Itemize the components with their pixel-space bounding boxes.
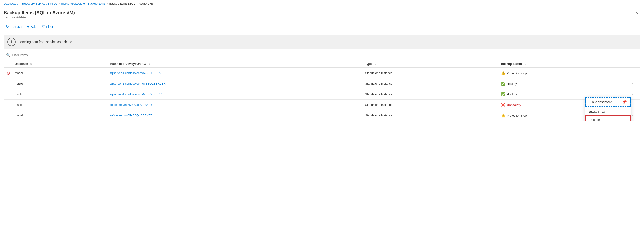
- context-menu-label: Restore: [590, 118, 600, 121]
- th-type: Type ↑↓: [362, 60, 498, 68]
- row-status-icon-cell: [4, 89, 12, 100]
- row-type: Standalone Instance: [362, 100, 498, 110]
- warning-icon: ⚠️: [501, 71, 506, 75]
- add-icon: +: [27, 25, 29, 29]
- row-type: Standalone Instance: [362, 78, 498, 89]
- row-type: Standalone Instance: [362, 89, 498, 100]
- context-menu-label: Backup now: [589, 110, 605, 113]
- breadcrumb: Dashboard › Recovery Services BVTD2 › me…: [0, 0, 644, 7]
- row-instance[interactable]: sofdelmervm2\MSSQLSERVER: [107, 100, 362, 110]
- th-backup-status: Backup Status ↑↓: [498, 60, 628, 68]
- row-instance[interactable]: sqlserver-1.contoso.com\MSSQLSERVER: [107, 78, 362, 89]
- table-row: msdbsqlserver-1.contoso.com\MSSQLSERVERS…: [4, 89, 640, 100]
- instance-link[interactable]: sofdelmervm2\MSSQLSERVER: [110, 103, 152, 106]
- filter-input[interactable]: [12, 53, 638, 57]
- status-text: Protection stop: [507, 114, 527, 117]
- filter-bar: 🔍: [4, 51, 640, 58]
- sort-icon-instance: ↑↓: [148, 63, 150, 65]
- row-status-icon-cell: ⊖: [4, 68, 12, 78]
- row-instance[interactable]: sqlserver-1.contoso.com\MSSQLSERVER: [107, 68, 362, 78]
- refresh-label: Refresh: [10, 25, 22, 28]
- row-status-icon-cell: [4, 78, 12, 89]
- breadcrumb-dashboard[interactable]: Dashboard: [4, 2, 18, 5]
- context-menu-label: Pin to dashboard: [590, 100, 612, 104]
- page-title-block: Backup Items (SQL in Azure VM) mercuryso…: [4, 10, 75, 19]
- row-backup-status: ✅Healthy: [498, 78, 628, 89]
- th-actions: [628, 60, 640, 68]
- row-database: master: [12, 78, 107, 89]
- instance-link[interactable]: sqlserver-1.contoso.com\MSSQLSERVER: [110, 92, 166, 96]
- more-actions-button[interactable]: ···: [630, 102, 638, 108]
- refresh-button[interactable]: ↻ Refresh: [4, 23, 24, 30]
- row-type: Standalone Instance: [362, 110, 498, 121]
- warning-icon: ⚠️: [501, 113, 506, 117]
- row-actions-cell: ···: [628, 78, 640, 89]
- row-error-icon: ⊖: [6, 71, 10, 75]
- filter-button[interactable]: ▽ Filter: [40, 23, 56, 30]
- page-header: Backup Items (SQL in Azure VM) mercuryso…: [0, 7, 644, 21]
- th-status-icon: [4, 60, 12, 68]
- page-title: Backup Items (SQL in Azure VM): [4, 10, 75, 15]
- search-icon: 🔍: [6, 53, 10, 57]
- info-bar: i Fetching data from service completed.: [4, 35, 640, 49]
- info-icon: i: [7, 38, 16, 46]
- unhealthy-link[interactable]: Unhealthy: [507, 103, 521, 107]
- status-text: Healthy: [507, 82, 517, 86]
- row-database: model: [12, 110, 107, 121]
- context-menu-item-restore[interactable]: Restore: [585, 115, 631, 121]
- instance-link[interactable]: sqlserver-1.contoso.com\MSSQLSERVER: [110, 82, 166, 85]
- row-backup-status: ⚠️Protection stop: [498, 68, 628, 78]
- backup-items-table: Database ↑↓ Instance or AlwaysOn AG ↑↓ T…: [4, 60, 640, 121]
- row-status-icon-cell: [4, 100, 12, 110]
- more-actions-button[interactable]: ···: [630, 91, 638, 97]
- info-message: Fetching data from service completed.: [18, 40, 73, 44]
- breadcrumb-sep-2: ›: [59, 2, 60, 5]
- table-header-row: Database ↑↓ Instance or AlwaysOn AG ↑↓ T…: [4, 60, 640, 68]
- sort-icon-database: ↑↓: [30, 63, 32, 65]
- close-button[interactable]: ×: [634, 10, 640, 17]
- pin-icon: 📌: [622, 100, 627, 104]
- table-row: msdbsofdelmervm2\MSSQLSERVERStandalone I…: [4, 100, 640, 110]
- row-database: msdb: [12, 89, 107, 100]
- page-subtitle: mercurysoftdelete: [4, 16, 75, 19]
- th-instance: Instance or AlwaysOn AG ↑↓: [107, 60, 362, 68]
- row-database: msdb: [12, 100, 107, 110]
- breadcrumb-backup-items[interactable]: mercurysoftdelete - Backup items: [61, 2, 106, 5]
- row-type: Standalone Instance: [362, 68, 498, 78]
- th-database: Database ↑↓: [12, 60, 107, 68]
- table-row: mastersqlserver-1.contoso.com\MSSQLSERVE…: [4, 78, 640, 89]
- status-text: Protection stop: [507, 71, 527, 75]
- instance-link[interactable]: softdelmervm6\MSSQLSERVER: [110, 114, 153, 117]
- error-icon: ❌: [501, 103, 506, 107]
- filter-label: Filter: [46, 25, 53, 28]
- healthy-icon: ✅: [501, 92, 506, 96]
- sort-icon-type: ↑↓: [374, 63, 376, 65]
- breadcrumb-sep-1: ›: [20, 2, 21, 5]
- toolbar: ↻ Refresh + Add ▽ Filter: [0, 21, 644, 32]
- add-label: Add: [30, 25, 36, 28]
- healthy-icon: ✅: [501, 82, 506, 86]
- row-actions-cell: ···: [628, 68, 640, 78]
- context-menu-item-pin-to-dashboard[interactable]: Pin to dashboard📌: [585, 97, 631, 107]
- row-instance[interactable]: sqlserver-1.contoso.com\MSSQLSERVER: [107, 89, 362, 100]
- table-container: Database ↑↓ Instance or AlwaysOn AG ↑↓ T…: [4, 60, 640, 121]
- add-button[interactable]: + Add: [25, 23, 39, 30]
- table-row: ⊖modelsqlserver-1.contoso.com\MSSQLSERVE…: [4, 68, 640, 78]
- menu-divider: [585, 107, 631, 107]
- more-actions-button[interactable]: ···: [630, 81, 638, 86]
- more-actions-button[interactable]: ···: [630, 112, 638, 118]
- refresh-icon: ↻: [6, 24, 9, 29]
- breadcrumb-recovery[interactable]: Recovery Services BVTD2: [22, 2, 58, 5]
- filter-icon: ▽: [42, 24, 45, 29]
- breadcrumb-current: Backup Items (SQL in Azure VM): [109, 2, 153, 5]
- row-database: model: [12, 68, 107, 78]
- breadcrumb-sep-3: ›: [107, 2, 108, 5]
- instance-link[interactable]: sqlserver-1.contoso.com\MSSQLSERVER: [110, 71, 166, 75]
- context-menu: Pin to dashboard📌Backup nowRestoreStop b…: [585, 97, 631, 121]
- row-instance[interactable]: softdelmervm6\MSSQLSERVER: [107, 110, 362, 121]
- table-row: modelsoftdelmervm6\MSSQLSERVERStandalone…: [4, 110, 640, 121]
- sort-icon-status: ↑↓: [524, 63, 526, 65]
- row-status-icon-cell: [4, 110, 12, 121]
- more-actions-button[interactable]: ···: [630, 70, 638, 76]
- context-menu-item-backup-now[interactable]: Backup now: [585, 108, 631, 115]
